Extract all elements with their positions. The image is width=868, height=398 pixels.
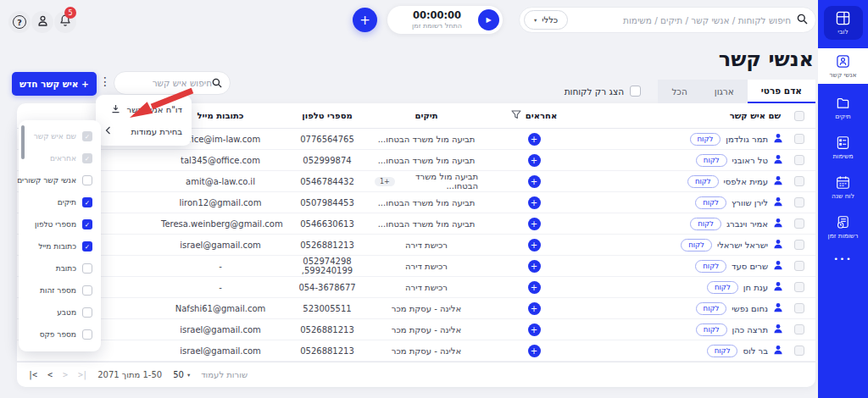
sidebar-item-time-records[interactable]: רשומות זמן xyxy=(818,212,868,243)
add-responsible-button[interactable]: + xyxy=(528,345,541,357)
phone-number: 0776564765 xyxy=(280,135,375,144)
new-contact-button[interactable]: + איש קשר חדש xyxy=(12,72,97,96)
previous-page-button[interactable]: < xyxy=(47,370,52,379)
add-responsible-button[interactable]: + xyxy=(528,323,541,336)
contact-search[interactable] xyxy=(114,71,231,95)
contact-name-link[interactable]: שרים סעד xyxy=(732,262,768,271)
case-name: תביעה מול משרד הבטחו... xyxy=(378,156,476,165)
search-scope-dropdown[interactable]: כללי ▾ xyxy=(524,10,568,30)
contact-name-link[interactable]: ישראל ישראלי xyxy=(717,240,768,250)
column-option-checkbox[interactable]: ✓ xyxy=(82,219,92,229)
column-header-name[interactable]: שם איש קשר xyxy=(590,111,783,120)
contact-name-link[interactable]: עמית אלפסי xyxy=(724,177,768,186)
client-badge: לקוח xyxy=(695,260,726,273)
phone-number: 0526881213 xyxy=(280,346,375,356)
more-cases-chip[interactable]: 1+ xyxy=(375,177,395,186)
column-option-checkbox[interactable] xyxy=(82,285,92,296)
case-name: רכישת דירה xyxy=(405,240,448,250)
column-option-checkbox[interactable] xyxy=(82,307,92,318)
more-actions-button[interactable]: ⋮ xyxy=(99,75,109,88)
menu-item-contacts-report[interactable]: דו"ח אנשי קשר xyxy=(96,98,192,120)
add-responsible-button[interactable]: + xyxy=(528,196,541,209)
add-responsible-button[interactable]: + xyxy=(528,175,541,188)
add-responsible-button[interactable]: + xyxy=(528,218,541,230)
menu-item-choose-columns[interactable]: בחירת עמודות xyxy=(96,120,192,142)
row-checkbox[interactable] xyxy=(794,324,804,334)
row-checkbox[interactable] xyxy=(794,261,804,271)
client-badge: לקוח xyxy=(681,239,712,252)
contact-name-link[interactable]: ענת חן xyxy=(743,283,768,292)
help-button[interactable]: ? xyxy=(8,11,31,33)
sidebar-item-lobby[interactable]: לובי xyxy=(824,6,863,40)
column-header-phones[interactable]: מספרי טלפון xyxy=(280,111,375,120)
sidebar-item-more[interactable]: ••• xyxy=(818,252,868,267)
row-checkbox[interactable] xyxy=(794,218,804,229)
add-responsible-button[interactable]: + xyxy=(528,133,541,146)
start-timer-button[interactable]: ▶ xyxy=(478,9,499,30)
add-responsible-button[interactable]: + xyxy=(528,302,541,315)
email-address: liron12@gmail.com xyxy=(161,198,280,207)
row-checkbox[interactable] xyxy=(794,155,804,165)
contact-search-input[interactable] xyxy=(122,78,212,88)
column-option-checkbox[interactable]: ✓ xyxy=(82,131,92,141)
actions-menu: דו"ח אנשי קשר בחירת עמודות xyxy=(96,95,192,146)
column-header-responsible[interactable]: אחראים xyxy=(478,110,590,121)
rows-per-page-dropdown[interactable]: 50 ▾ xyxy=(173,370,190,379)
case-name: אלינה - עסקת מכר xyxy=(392,346,461,356)
column-option-label: אחראים xyxy=(50,154,76,163)
add-responsible-button[interactable]: + xyxy=(528,154,541,167)
column-option-checkbox[interactable] xyxy=(82,263,92,274)
sidebar-item-cases[interactable]: תיקים xyxy=(818,92,868,124)
contact-name-link[interactable]: טל ראובני xyxy=(732,156,768,165)
row-checkbox[interactable] xyxy=(794,240,804,250)
add-responsible-button[interactable]: + xyxy=(528,281,541,294)
column-option-checkbox[interactable] xyxy=(82,329,92,340)
column-option-checkbox[interactable]: ✓ xyxy=(82,153,92,163)
column-option-checkbox[interactable] xyxy=(82,175,92,185)
global-search[interactable]: כללי ▾ xyxy=(519,7,816,33)
case-name: תביעה מול משרד הבטחו... xyxy=(378,198,476,207)
add-responsible-button[interactable]: + xyxy=(528,239,541,252)
column-option-checkbox[interactable]: ✓ xyxy=(82,197,92,207)
next-page-button[interactable]: > xyxy=(63,370,67,379)
email-address: israel@gamail.com xyxy=(161,325,280,334)
global-search-input[interactable] xyxy=(574,15,791,25)
column-header-cases[interactable]: תיקים xyxy=(375,111,478,120)
row-checkbox[interactable] xyxy=(794,345,804,356)
tab-all[interactable]: הכל xyxy=(658,80,700,103)
contact-name-link[interactable]: לירן שוורץ xyxy=(732,198,768,207)
sidebar-item-calendar[interactable]: לוח שנה xyxy=(818,172,868,203)
only-clients-checkbox[interactable] xyxy=(630,86,641,97)
row-checkbox[interactable] xyxy=(794,282,804,292)
contact-name-link[interactable]: תמר גולדמן xyxy=(726,135,768,144)
case-name: אלינה - עסקת מכר xyxy=(392,325,461,334)
profile-button[interactable] xyxy=(31,11,53,33)
phone-number: 523005511 xyxy=(280,304,375,313)
sidebar-item-label: רשומות זמן xyxy=(828,232,859,240)
filter-icon[interactable] xyxy=(511,110,521,121)
row-checkbox[interactable] xyxy=(794,134,804,144)
contact-name-link[interactable]: אמיר וינברג xyxy=(726,219,768,229)
contact-name-link[interactable]: תרצה כהן xyxy=(732,325,768,334)
person-icon xyxy=(773,281,783,293)
sidebar-item-tasks[interactable]: משימות xyxy=(818,132,868,163)
sidebar-item-label: אנשי קשר xyxy=(829,71,856,79)
row-checkbox[interactable] xyxy=(794,197,804,207)
select-all-checkbox[interactable] xyxy=(794,111,804,121)
sidebar-item-contacts[interactable]: אנשי קשר xyxy=(818,48,868,84)
contact-name-link[interactable]: בר לוס xyxy=(743,346,768,356)
quick-add-button[interactable]: + xyxy=(353,8,377,32)
last-page-button[interactable]: >| xyxy=(78,370,86,379)
row-checkbox[interactable] xyxy=(794,303,804,313)
row-checkbox[interactable] xyxy=(794,176,804,186)
tab-organization[interactable]: ארגון xyxy=(701,80,748,103)
tab-private-person[interactable]: אדם פרטי xyxy=(748,80,815,103)
pagination-bar: |< < > >| 1-50 מתוך 2071 50 ▾ שורות לעמו… xyxy=(17,362,815,387)
scrollbar-thumb[interactable] xyxy=(21,125,25,159)
column-option-checkbox[interactable]: ✓ xyxy=(82,241,92,252)
contact-name-link[interactable]: נחום נפשי xyxy=(732,304,768,313)
first-page-button[interactable]: |< xyxy=(28,370,36,379)
person-icon xyxy=(773,133,783,145)
client-badge: לקוח xyxy=(707,281,738,294)
add-responsible-button[interactable]: + xyxy=(528,260,541,273)
